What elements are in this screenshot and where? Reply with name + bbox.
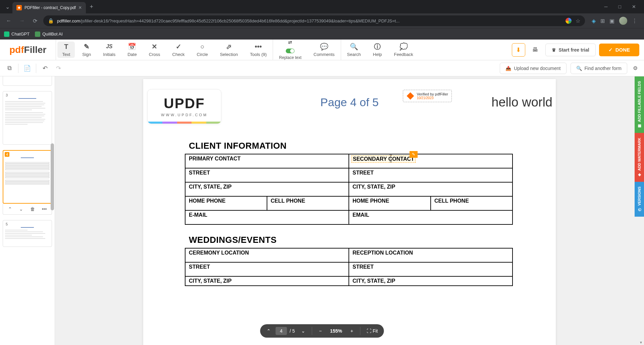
check-tool[interactable]: ✓ Check (166, 40, 191, 60)
cross-tool[interactable]: ✕ Cross (143, 40, 166, 60)
tab-close-button[interactable]: × (78, 5, 82, 11)
cell-street-reception[interactable]: STREET (349, 262, 513, 276)
edit-indicator-icon[interactable]: ✎ (410, 151, 418, 158)
cell-home-phone-right[interactable]: HOME PHONE (349, 196, 431, 210)
undo-button[interactable]: ↶ (39, 62, 51, 74)
cell-email-right[interactable]: EMAIL (349, 210, 513, 224)
cell-city-ceremony[interactable]: CITY, STATE, ZIP (185, 276, 349, 286)
download-button[interactable]: ⬇ (512, 43, 525, 57)
thumb-delete[interactable]: 🗑 (28, 206, 37, 212)
thumbnail-page-3[interactable]: 3 (3, 91, 52, 145)
upload-document-button[interactable]: 📤 Upload new document (500, 63, 566, 74)
thumb-move-down[interactable]: ⌄ (17, 206, 25, 212)
selection-tool[interactable]: ⬀ Selection (214, 40, 244, 60)
google-icon[interactable] (566, 18, 572, 24)
cell-primary-contact[interactable]: PRIMARY CONTACT (185, 154, 349, 168)
zoom-in-button[interactable]: + (346, 325, 358, 337)
tab-label: ADD WATERMARK (637, 138, 641, 171)
cell-cell-phone-right[interactable]: CELL PHONE (431, 196, 513, 210)
page-number-input[interactable] (276, 327, 287, 335)
cell-street-ceremony[interactable]: STREET (185, 262, 349, 276)
fit-button[interactable]: ⛶ Fit (363, 328, 381, 334)
redo-button[interactable]: ↷ (52, 62, 64, 74)
feedback-tool[interactable]: 💭 Feedback (388, 40, 419, 60)
bookmark-quillbot[interactable]: QuillBot AI (35, 31, 63, 37)
help-tool[interactable]: ⓘ Help (367, 40, 388, 60)
cell-ceremony[interactable]: CEREMONY LOCATION (185, 248, 349, 262)
browser-tab[interactable]: PDFfiller - contract_Copy.pdf × (12, 2, 86, 13)
bookmark-star-icon[interactable]: ☆ (576, 18, 580, 24)
replace-text-tool[interactable]: ⇄ Replace text (273, 40, 308, 60)
done-button[interactable]: ✓ DONE (599, 44, 639, 56)
print-button[interactable]: 🖶 (529, 43, 542, 57)
pages-panel-button[interactable]: ⧉ (3, 62, 15, 74)
extensions-icon[interactable]: ⊞ (600, 18, 605, 24)
cell-city-reception[interactable]: CITY, STATE, ZIP (349, 276, 513, 286)
cell-city-right[interactable]: CITY, STATE, ZIP (349, 182, 513, 196)
thumbnail-scrollbar[interactable] (51, 143, 54, 210)
site-info-icon[interactable]: 🔒 (48, 18, 54, 23)
add-watermark-tab[interactable]: ◈ ADD WATERMARK (635, 133, 644, 182)
next-page-button[interactable]: ⌄ (298, 325, 309, 337)
text-tool[interactable]: T Text (57, 42, 75, 58)
verified-label: Verified by pdfFiller (417, 92, 448, 96)
circle-icon: ○ (200, 43, 204, 51)
minimize-button[interactable]: ─ (602, 3, 610, 11)
add-fillable-fields-tab[interactable]: ▦ ADD FILLABLE FIELDS (635, 76, 644, 133)
cell-email-left[interactable]: E-MAIL (185, 210, 349, 224)
cell-street-left[interactable]: STREET (185, 168, 349, 182)
versions-icon: ◷ (637, 208, 642, 212)
maximize-button[interactable]: □ (616, 3, 624, 11)
close-window-button[interactable]: ✕ (629, 3, 639, 11)
sign-tool[interactable]: ✎ Sign (76, 40, 97, 60)
reload-button[interactable]: ⟳ (31, 16, 39, 26)
text-selection-highlight[interactable]: SECONDARY CONTACT (352, 155, 416, 163)
zoom-out-button[interactable]: − (315, 325, 326, 337)
verified-badge[interactable]: Verified by pdfFiller 10/21/2023 (403, 90, 452, 102)
new-tab-button[interactable]: + (86, 1, 98, 13)
forward-button[interactable]: → (17, 16, 27, 26)
tools-menu[interactable]: ••• Tools (9) (244, 40, 273, 60)
back-button[interactable]: ← (4, 16, 13, 26)
thumbnails-panel[interactable]: 3 4 (0, 76, 55, 345)
thumbnail-page-4[interactable]: 4 (3, 150, 52, 215)
prev-page-button[interactable]: ⌃ (263, 325, 274, 337)
cell-reception[interactable]: RECEPTION LOCATION (349, 248, 513, 262)
circle-tool[interactable]: ○ Circle (191, 40, 214, 60)
tab-search-dropdown[interactable]: ⌄ (3, 1, 12, 13)
profile-avatar[interactable] (619, 17, 627, 25)
add-page-button[interactable]: 📄 (21, 62, 33, 74)
tool-label: Cross (149, 52, 160, 57)
document-viewport[interactable]: UPDF WWW.UPDF.COM Page 4 of 5 Verified b… (55, 76, 644, 345)
settings-button[interactable]: ⚙ (629, 62, 641, 74)
url-bar[interactable]: 🔒 pdffiller.com/jsfiller-desk16/?request… (43, 15, 585, 26)
thumbnail-page-2-partial[interactable] (3, 76, 52, 86)
client-info-table: PRIMARY CONTACT SECONDARY CONTACT ✎ X (185, 154, 513, 225)
thumb-more[interactable]: ••• (40, 206, 49, 212)
initials-tool[interactable]: JS Initials (97, 40, 121, 60)
start-trial-button[interactable]: ♛ Start free trial (545, 44, 596, 56)
shield-extension-icon[interactable]: ◈ (592, 18, 596, 24)
thumb-move-up[interactable]: ⌃ (6, 206, 14, 212)
cell-city-left[interactable]: CITY, STATE, ZIP (185, 182, 349, 196)
bookmark-chatgpt[interactable]: ChatGPT (4, 31, 30, 37)
check-icon: ✓ (176, 43, 181, 51)
main-toolbar: pdfFiller T Text ✎ Sign JS Initials 📅 Da… (0, 40, 644, 60)
comments-tool[interactable]: 💬 Comments (308, 40, 341, 60)
find-form-button[interactable]: 🔍 Find another form (571, 63, 628, 74)
document-page[interactable]: UPDF WWW.UPDF.COM Page 4 of 5 Verified b… (143, 79, 556, 345)
tool-label: Feedback (394, 52, 413, 57)
browser-menu-icon[interactable]: ⋮ (632, 18, 637, 24)
hello-world-annotation[interactable]: hello world (491, 95, 552, 110)
sidepanel-icon[interactable]: ▣ (609, 18, 614, 24)
cell-street-right[interactable]: STREET (349, 168, 513, 182)
versions-tab[interactable]: ◷ VERSIONS (635, 182, 644, 217)
thumbnail-page-5[interactable]: 5 (3, 220, 52, 247)
cell-cell-phone-left[interactable]: CELL PHONE (267, 196, 349, 210)
search-tool[interactable]: 🔍 Search (341, 40, 367, 60)
cell-home-phone-left[interactable]: HOME PHONE (185, 196, 267, 210)
cell-secondary-contact[interactable]: SECONDARY CONTACT ✎ X (349, 154, 513, 168)
pdffiller-logo[interactable]: pdfFiller (0, 40, 56, 60)
quillbot-icon (35, 31, 40, 37)
date-tool[interactable]: 📅 Date (121, 40, 143, 60)
